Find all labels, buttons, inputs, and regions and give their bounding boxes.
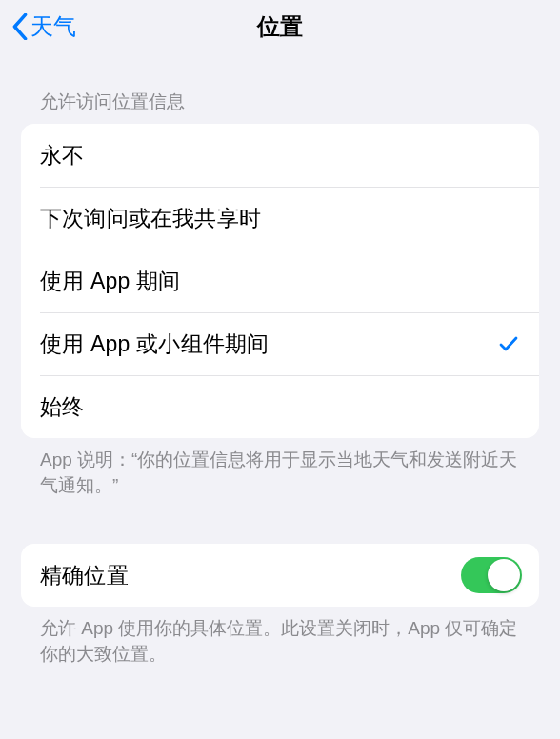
option-ask-next-time[interactable]: 下次询问或在我共享时 (21, 187, 539, 250)
precise-location-toggle[interactable] (461, 557, 522, 593)
section-footer: 允许 App 使用你的具体位置。此设置关闭时，App 仅可确定你的大致位置。 (21, 607, 539, 667)
option-never[interactable]: 永不 (21, 124, 539, 187)
navigation-bar: 天气 位置 (0, 0, 560, 53)
option-while-using-app-or-widgets[interactable]: 使用 App 或小组件期间 (21, 312, 539, 375)
checkmark-icon (497, 332, 520, 355)
option-label: 永不 (40, 141, 84, 170)
option-while-using-app[interactable]: 使用 App 期间 (21, 250, 539, 312)
location-options-list: 永不 下次询问或在我共享时 使用 App 期间 使用 App 或小组件期间 始终 (21, 124, 539, 438)
option-label: 始终 (40, 392, 84, 422)
option-label: 使用 App 或小组件期间 (40, 330, 269, 359)
back-label: 天气 (30, 11, 76, 42)
back-button[interactable]: 天气 (8, 10, 80, 44)
location-access-section: 允许访问位置信息 永不 下次询问或在我共享时 使用 App 期间 使用 App … (0, 90, 560, 498)
precise-location-row: 精确位置 (21, 544, 539, 607)
section-footer: App 说明：“你的位置信息将用于显示当地天气和发送附近天气通知。” (21, 438, 539, 498)
option-label: 使用 App 期间 (40, 267, 181, 296)
switch-knob (488, 559, 520, 591)
option-label: 下次询问或在我共享时 (40, 204, 261, 233)
option-always[interactable]: 始终 (21, 375, 539, 438)
section-header: 允许访问位置信息 (21, 90, 539, 124)
page-title: 位置 (257, 11, 303, 42)
precise-location-label: 精确位置 (40, 561, 129, 590)
chevron-left-icon (11, 13, 29, 40)
precise-location-section: 精确位置 允许 App 使用你的具体位置。此设置关闭时，App 仅可确定你的大致… (0, 544, 560, 667)
